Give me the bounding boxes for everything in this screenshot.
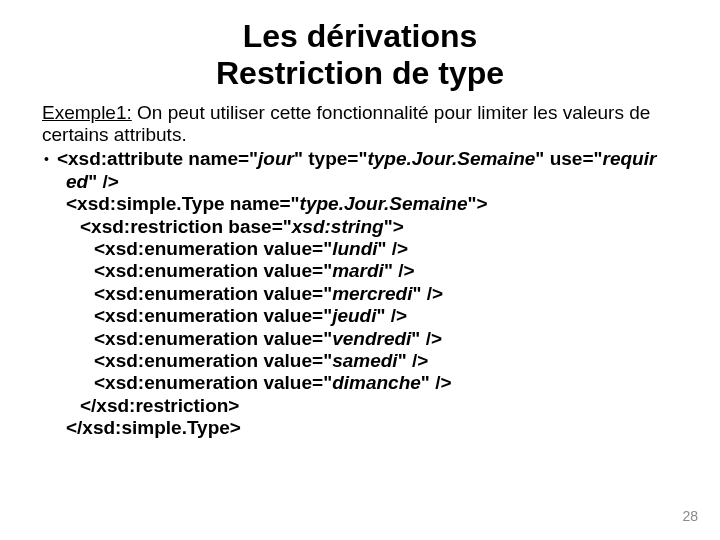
- code-line-4: <xsd:restriction base="xsd:string">: [66, 216, 678, 238]
- code-seg: ">: [468, 193, 488, 214]
- code-seg: dimanche: [332, 372, 421, 393]
- code-seg: <xsd:restriction base=": [80, 216, 292, 237]
- code-seg: lundi: [332, 238, 377, 259]
- code-block: ed" /> <xsd:simple.Type name="type.Jour.…: [66, 171, 678, 440]
- code-seg: </xsd:simple.Type>: [66, 417, 241, 438]
- page-number: 28: [682, 508, 698, 524]
- code-seg: vendredi: [332, 328, 411, 349]
- code-seg: " />: [88, 171, 119, 192]
- intro-text: On peut utiliser cette fonctionnalité po…: [42, 102, 650, 145]
- code-seg: " type=": [294, 148, 367, 169]
- code-seg: <xsd:enumeration value=": [94, 350, 332, 371]
- code-seg: <xsd:enumeration value=": [94, 328, 332, 349]
- code-line-10: <xsd:enumeration value="samedi" />: [66, 350, 678, 372]
- code-seg: <xsd:enumeration value=": [94, 238, 332, 259]
- code-line-6: <xsd:enumeration value="mardi" />: [66, 260, 678, 282]
- slide: Les dérivations Restriction de type Exem…: [0, 0, 720, 540]
- code-seg: " />: [411, 328, 442, 349]
- intro-label: Exemple1:: [42, 102, 132, 123]
- code-seg: ">: [384, 216, 404, 237]
- code-seg: requir: [603, 148, 657, 169]
- bullet-dot-icon: •: [42, 148, 57, 170]
- code-seg: <xsd:enumeration value=": [94, 260, 332, 281]
- code-line-5: <xsd:enumeration value="lundi" />: [66, 238, 678, 260]
- title-line-2: Restriction de type: [0, 55, 720, 92]
- slide-title: Les dérivations Restriction de type: [0, 0, 720, 92]
- code-line-13: </xsd:simple.Type>: [66, 417, 678, 439]
- title-line-1: Les dérivations: [0, 18, 720, 55]
- code-seg: samedi: [332, 350, 397, 371]
- code-line-9: <xsd:enumeration value="vendredi" />: [66, 328, 678, 350]
- code-seg: " />: [412, 283, 443, 304]
- code-seg: </xsd:restriction>: [80, 395, 239, 416]
- code-seg: jeudi: [332, 305, 376, 326]
- code-line-7: <xsd:enumeration value="mercredi" />: [66, 283, 678, 305]
- code-seg: " />: [384, 260, 415, 281]
- code-seg: <xsd:attribute name=": [57, 148, 258, 169]
- slide-body: Exemple1: On peut utiliser cette fonctio…: [0, 92, 720, 440]
- code-line-2: ed" />: [66, 171, 678, 193]
- code-line-12: </xsd:restriction>: [66, 395, 678, 417]
- code-seg: " use=": [535, 148, 602, 169]
- code-seg: <xsd:enumeration value=": [94, 305, 332, 326]
- code-bullet: • <xsd:attribute name="jour" type="type.…: [42, 148, 678, 170]
- code-line-3: <xsd:simple.Type name="type.Jour.Semaine…: [66, 193, 678, 215]
- code-seg: " />: [377, 305, 408, 326]
- code-seg: " />: [378, 238, 409, 259]
- code-line-8: <xsd:enumeration value="jeudi" />: [66, 305, 678, 327]
- code-line-1: <xsd:attribute name="jour" type="type.Jo…: [57, 148, 656, 170]
- code-seg: mercredi: [332, 283, 412, 304]
- code-seg: mardi: [332, 260, 384, 281]
- code-seg: <xsd:enumeration value=": [94, 372, 332, 393]
- code-seg: " />: [421, 372, 452, 393]
- intro-paragraph: Exemple1: On peut utiliser cette fonctio…: [42, 102, 678, 147]
- code-seg: jour: [258, 148, 294, 169]
- code-seg: type.Jour.Semaine: [367, 148, 535, 169]
- code-seg: " />: [398, 350, 429, 371]
- code-line-11: <xsd:enumeration value="dimanche" />: [66, 372, 678, 394]
- code-seg: xsd:string: [292, 216, 384, 237]
- code-seg: ed: [66, 171, 88, 192]
- code-seg: type.Jour.Semaine: [300, 193, 468, 214]
- code-seg: <xsd:enumeration value=": [94, 283, 332, 304]
- code-seg: <xsd:simple.Type name=": [66, 193, 300, 214]
